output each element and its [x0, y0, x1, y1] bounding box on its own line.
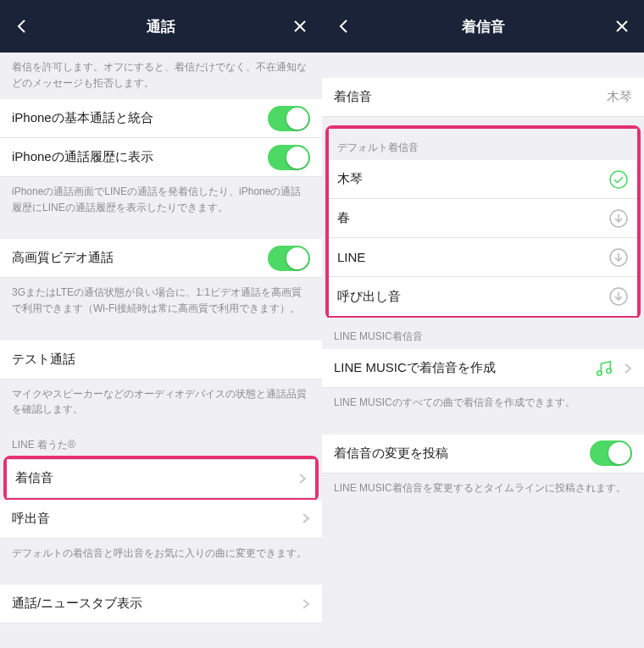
desc-test: マイクやスピーカーなどのオーディオデバイスの状態と通話品質を確認します。 [0, 379, 322, 426]
label: iPhoneの基本通話と統合 [12, 110, 268, 126]
back-icon[interactable] [334, 16, 354, 36]
toggle-integrate[interactable] [268, 106, 310, 131]
section-line-music: LINE MUSIC着信音 [322, 318, 644, 349]
content: 着信音 木琴 デフォルト着信音 木琴 春 LINE [322, 53, 644, 648]
toggle-history[interactable] [268, 145, 310, 170]
label: 着信音 [334, 89, 607, 105]
label: 着信音 [15, 470, 291, 486]
chevron-right-icon [302, 512, 310, 524]
download-circle-icon [608, 247, 629, 268]
content: 着信を許可します。オフにすると、着信だけでなく、不在通知などのメッセージも拒否し… [0, 53, 322, 648]
download-circle-icon [608, 208, 629, 229]
row-ringback[interactable]: 呼出音 [0, 500, 322, 539]
label: LINE [337, 250, 608, 264]
label: 通話/ニュースタブ表示 [12, 595, 295, 612]
label: 着信音の変更を投稿 [334, 446, 590, 462]
page-title: 通話 [147, 17, 175, 36]
row-sound-call[interactable]: 呼び出し音 [329, 277, 637, 316]
row-iphone-history[interactable]: iPhoneの通話履歴に表示 [0, 138, 322, 177]
label: 木琴 [337, 171, 608, 187]
row-post-change[interactable]: 着信音の変更を投稿 [322, 435, 644, 474]
highlight-ringtone: 着信音 [3, 456, 319, 501]
label: テスト通話 [12, 352, 310, 368]
label: 呼び出し音 [337, 289, 608, 305]
row-hq-video[interactable]: 高画質ビデオ通話 [0, 239, 322, 278]
row-current-ringtone[interactable]: 着信音 木琴 [322, 78, 644, 117]
toggle-post[interactable] [590, 440, 632, 466]
desc-ringtone: デフォルトの着信音と呼出音をお気に入りの曲に変更できます。 [0, 539, 322, 570]
toggle-hq[interactable] [268, 246, 310, 271]
desc-music: LINE MUSICのすべての曲で着信音を作成できます。 [322, 388, 644, 419]
page-title: 着信音 [462, 17, 505, 36]
navbar: 着信音 [322, 0, 644, 53]
close-icon[interactable] [612, 16, 632, 36]
screen-ringtone: 着信音 着信音 木琴 デフォルト着信音 木琴 春 [322, 0, 644, 648]
highlight-default-sounds: デフォルト着信音 木琴 春 LINE 呼び出し音 [325, 125, 641, 319]
row-sound-mokkin[interactable]: 木琴 [329, 160, 637, 199]
row-create-music-ringtone[interactable]: LINE MUSICで着信音を作成 [322, 349, 644, 388]
label: 春 [337, 210, 608, 226]
close-icon[interactable] [290, 16, 310, 36]
label: LINE MUSICで着信音を作成 [334, 360, 595, 376]
label: 呼出音 [12, 511, 295, 527]
navbar: 通話 [0, 0, 322, 53]
check-circle-icon [608, 169, 629, 190]
label: iPhoneの通話履歴に表示 [12, 149, 268, 165]
row-sound-line[interactable]: LINE [329, 238, 637, 277]
label: 高画質ビデオ通話 [12, 250, 268, 266]
ringtone-value: 木琴 [607, 89, 632, 105]
row-iphone-integrate[interactable]: iPhoneの基本通話と統合 [0, 99, 322, 138]
section-default: デフォルト着信音 [329, 129, 637, 160]
music-note-icon [595, 359, 613, 378]
desc-iphone: iPhoneの通話画面でLINEの通話を発着信したり、iPhoneの通話履歴にL… [0, 177, 322, 224]
desc-post: LINE MUSIC着信音を変更するとタイムラインに投稿されます。 [322, 474, 644, 505]
back-icon[interactable] [12, 16, 32, 36]
screen-call-settings: 通話 着信を許可します。オフにすると、着信だけでなく、不在通知などのメッセージも… [0, 0, 322, 648]
svg-point-4 [610, 171, 627, 188]
row-ringtone[interactable]: 着信音 [7, 459, 315, 498]
row-test-call[interactable]: テスト通話 [0, 341, 322, 379]
chevron-right-icon [298, 473, 307, 485]
row-sound-haru[interactable]: 春 [329, 199, 637, 238]
chevron-right-icon [624, 363, 632, 374]
desc-hq: 3GまたはLTEの通信状態が良い場合に、1:1ビデオ通話を高画質で利用できます（… [0, 278, 322, 324]
section-line-uta: LINE 着うた® [0, 426, 322, 457]
row-news-tab[interactable]: 通話/ニュースタブ表示 [0, 584, 322, 623]
download-circle-icon [608, 286, 629, 307]
desc-allow: 着信を許可します。オフにすると、着信だけでなく、不在通知などのメッセージも拒否し… [0, 53, 322, 99]
chevron-right-icon [302, 598, 310, 610]
